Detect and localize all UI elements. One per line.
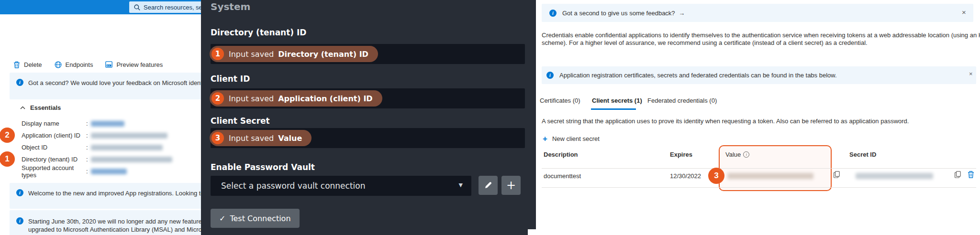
directory-tenant-id-label: Directory (tenant) ID — [211, 28, 306, 37]
preview-features-button[interactable]: Preview features — [105, 61, 163, 68]
annotation-pill-3: 3 Input saved Value — [210, 130, 312, 146]
annotation-pill-1: 1 Input saved Directory (tenant) ID — [210, 46, 378, 62]
essentials-toggle[interactable]: Essentials — [20, 104, 61, 111]
essentials-title: Essentials — [30, 104, 61, 111]
copy-value-button[interactable] — [834, 171, 840, 180]
copy-icon — [834, 171, 840, 178]
pill-text: Input saved Directory (tenant) ID — [229, 50, 368, 59]
display-name-value-redacted — [91, 121, 124, 127]
annotation-badge-3: 3 — [708, 168, 724, 184]
essentials-row-application-client-id: Application (client) ID : — [22, 129, 201, 141]
welcome-banner: i Welcome to the new and improved App re… — [10, 183, 201, 209]
col-header-expires: Expires — [670, 151, 692, 158]
tab-federated-credentials[interactable]: Federated credentials (0) — [647, 97, 717, 104]
search-input[interactable]: Search resources, servi — [129, 1, 201, 13]
active-tab-underline — [591, 108, 636, 110]
azure-top-bar: Search resources, servi — [0, 0, 201, 14]
panel-corner-notch — [528, 229, 536, 235]
trash-icon — [13, 61, 20, 68]
supported-account-types-value-redacted — [91, 169, 127, 174]
edit-vault-button[interactable] — [479, 176, 498, 195]
tab-certificates[interactable]: Certificates (0) — [540, 97, 580, 104]
client-secret-label: Client Secret — [211, 116, 270, 126]
annotation-badge-1: 1 — [0, 151, 15, 167]
client-id-input[interactable]: 2 Input saved Application (client) ID — [211, 88, 525, 108]
search-icon — [134, 4, 140, 11]
secret-value-redacted — [727, 173, 813, 179]
info-tooltip-icon: i — [743, 151, 749, 158]
essentials-row-directory-tenant-id: Directory (tenant) ID : — [22, 153, 201, 165]
client-secret-input[interactable]: 3 Input saved Value — [211, 128, 525, 148]
tabs-info-banner: i Application registration certificates,… — [542, 66, 976, 84]
feedback-banner: i Got a second to give us some feedback?… — [542, 4, 973, 22]
copy-secret-id-button[interactable] — [955, 171, 961, 180]
annotation-badge-2: 2 — [212, 92, 224, 105]
plus-icon: + — [506, 179, 516, 192]
caret-down-icon: ▼ — [459, 182, 463, 188]
info-icon: i — [16, 189, 23, 196]
secret-id-redacted — [856, 173, 933, 179]
copy-icon — [955, 171, 961, 178]
directory-tenant-id-input[interactable]: 1 Input saved Directory (tenant) ID — [211, 44, 525, 64]
check-icon: ✓ — [219, 214, 225, 223]
delete-button[interactable]: Delete — [13, 61, 42, 68]
command-bar: Delete Endpoints Preview features — [13, 58, 163, 71]
arrow-right-icon: → — [679, 10, 685, 17]
tab-client-secrets[interactable]: Client secrets (1) — [592, 97, 642, 104]
row-label: Display name — [22, 120, 86, 127]
object-id-value-redacted — [91, 145, 163, 150]
globe-icon — [55, 61, 62, 68]
application-client-id-value-redacted — [91, 133, 167, 139]
essentials-row-object-id: Object ID : — [22, 141, 201, 153]
feedback-banner-text: Got a second to give us some feedback? → — [562, 10, 685, 17]
add-vault-button[interactable]: + — [501, 176, 521, 195]
annotation-badge-2: 2 — [0, 128, 15, 143]
welcome-banner-text: Welcome to the new and improved App regi… — [28, 189, 201, 197]
info-icon: i — [549, 10, 557, 17]
pill-text: Input saved Value — [229, 134, 302, 143]
trash-icon — [968, 171, 974, 178]
pill-text: Input saved Application (client) ID — [229, 94, 373, 103]
app-registration-panel: Search resources, servi Delete E — [0, 0, 201, 235]
table-divider — [542, 168, 976, 169]
chevron-up-icon — [20, 106, 25, 109]
tabs-info-banner-text: Application registration certificates, s… — [559, 72, 837, 79]
feedback-banner: i Got a second? We would love your feedb… — [10, 73, 201, 99]
info-icon: i — [546, 72, 554, 79]
test-connection-label: Test Connection — [230, 214, 290, 223]
row-label: Object ID — [22, 144, 86, 151]
msal-banner-text: Starting June 30th, 2020 we will no long… — [28, 217, 201, 234]
annotation-pill-2: 2 Input saved Application (client) ID — [210, 90, 382, 107]
endpoints-button[interactable]: Endpoints — [55, 61, 93, 68]
plus-icon: + — [543, 135, 547, 143]
essentials-row-supported-account-types: Supported account types : — [22, 165, 201, 177]
credentials-intro-text: Credentials enable confidential applicat… — [542, 32, 980, 47]
feedback-banner-text: Got a second? We would love your feedbac… — [28, 79, 201, 87]
row-label: Supported account types — [22, 164, 86, 179]
enable-password-vault-label: Enable Password Vault — [211, 162, 315, 172]
annotation-badge-3: 3 — [212, 132, 224, 144]
delete-secret-button[interactable] — [968, 171, 974, 180]
col-header-description: Description — [544, 151, 578, 158]
cell-description: documenttest — [544, 172, 581, 180]
panel-title: System — [211, 1, 250, 12]
preview-features-icon — [105, 61, 112, 68]
new-client-secret-button[interactable]: + New client secret — [543, 135, 600, 143]
msal-banner: i Starting June 30th, 2020 we will no lo… — [10, 210, 201, 235]
info-icon: i — [16, 79, 23, 86]
row-label: Directory (tenant) ID — [22, 156, 86, 163]
delete-label: Delete — [24, 61, 42, 68]
annotation-badge-1: 1 — [212, 48, 224, 60]
close-icon[interactable]: × — [962, 9, 966, 16]
close-icon[interactable]: × — [969, 71, 973, 77]
col-header-secret-id: Secret ID — [849, 151, 876, 158]
row-label: Application (client) ID — [22, 132, 86, 139]
directory-tenant-id-value-redacted — [91, 157, 172, 162]
new-client-secret-label: New client secret — [552, 135, 600, 142]
certificates-secrets-panel: i Got a second to give us some feedback?… — [536, 0, 980, 235]
test-connection-button[interactable]: ✓ Test Connection — [211, 209, 300, 228]
password-vault-select[interactable]: Select a password vault connection ▼ — [211, 176, 471, 196]
essentials-row-display-name: Display name : — [22, 118, 201, 129]
screenshot-root: Search resources, servi Delete E — [0, 0, 980, 235]
system-connection-panel: System Directory (tenant) ID 1 Input sav… — [201, 0, 536, 235]
